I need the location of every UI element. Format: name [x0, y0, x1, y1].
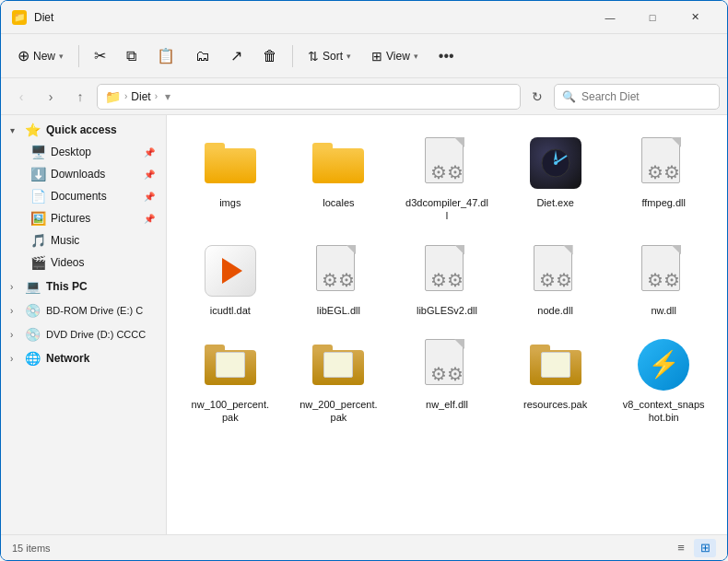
file-label: nw_200_percent.pak [297, 398, 380, 425]
music-label: Music [51, 234, 155, 247]
sidebar-section-bdrom: › 💿 BD-ROM Drive (E:) C [1, 299, 166, 321]
sidebar-item-videos[interactable]: 🎬 Videos [5, 251, 162, 274]
list-item[interactable]: Diet.exe [503, 126, 608, 230]
paste-icon: 📋 [157, 47, 175, 64]
addressbar: ‹ › ↑ 📁 › Diet › ▾ ↻ 🔍 [1, 78, 727, 115]
list-item[interactable]: ⚙⚙ d3dcompiler_47.dll [394, 126, 499, 230]
copy-icon: ⧉ [126, 48, 136, 64]
network-header[interactable]: › 🌐 Network [5, 347, 162, 369]
copy-button[interactable]: ⧉ [117, 42, 146, 70]
list-item[interactable]: locales [287, 126, 392, 230]
sort-dropdown-icon: ▾ [346, 52, 351, 61]
search-input[interactable] [581, 90, 711, 103]
minimize-button[interactable]: — [589, 5, 631, 30]
this-pc-expand-icon: › [10, 282, 21, 292]
sidebar-item-pictures[interactable]: 🖼️ Pictures 📌 [5, 207, 162, 229]
new-icon: ⊕ [18, 47, 29, 64]
dat-icon [205, 245, 256, 297]
cut-button[interactable]: ✂ [85, 41, 115, 70]
file-label: d3dcompiler_47.dll [405, 196, 488, 223]
sidebar-section-dvd: › 💿 DVD Drive (D:) CCCC [1, 323, 166, 345]
rename-button[interactable]: 🗂 [186, 42, 219, 70]
file-area: imgs locales ⚙⚙ [167, 115, 727, 534]
paste-button[interactable]: 📋 [147, 41, 184, 70]
sidebar-item-documents[interactable]: 📄 Documents 📌 [5, 185, 162, 207]
file-label: node.dll [537, 304, 573, 317]
dll-icon-wrap: ⚙⚙ [634, 134, 693, 193]
downloads-icon: ⬇️ [30, 167, 45, 181]
folder-icon [312, 143, 364, 183]
file-label: Diet.exe [536, 196, 573, 209]
maximize-button[interactable]: □ [631, 5, 674, 30]
share-button[interactable]: ↗ [221, 41, 252, 70]
sidebar-item-downloads[interactable]: ⬇️ Downloads 📌 [5, 163, 162, 185]
list-item[interactable]: ⚙⚙ libEGL.dll [287, 234, 392, 324]
list-item[interactable]: ⚙⚙ libGLESv2.dll [394, 234, 499, 324]
path-separator: › [124, 91, 127, 101]
toolbar: ⊕ New ▾ ✂ ⧉ 📋 🗂 ↗ 🗑 ⇅ Sort ▾ ⊞ [1, 34, 727, 78]
close-button[interactable]: ✕ [674, 5, 716, 30]
more-options-button[interactable]: ••• [429, 42, 464, 70]
list-item[interactable]: nw_100_percent.pak [178, 328, 283, 432]
sidebar-item-desktop[interactable]: 🖥️ Desktop 📌 [5, 141, 162, 163]
view-button[interactable]: ⊞ View ▾ [362, 43, 428, 69]
list-item[interactable]: ⚙⚙ nw.dll [611, 234, 716, 324]
sort-button[interactable]: ⇅ Sort ▾ [299, 43, 360, 69]
folder-icon-wrap [201, 134, 260, 193]
list-item[interactable]: imgs [178, 126, 283, 230]
list-item[interactable]: ⚡ v8_context_snapshot.bin [611, 328, 716, 432]
dvd-header[interactable]: › 💿 DVD Drive (D:) CCCC [5, 323, 162, 345]
list-item[interactable]: ⚙⚙ ffmpeg.dll [611, 126, 716, 230]
list-item[interactable]: resources.pak [503, 328, 608, 432]
pak-icon [205, 345, 256, 385]
list-item[interactable]: ⚙⚙ node.dll [503, 234, 608, 324]
file-label: libGLESv2.dll [417, 304, 477, 317]
videos-label: Videos [51, 256, 155, 269]
statusbar: 15 items ≡ ⊞ [1, 534, 727, 560]
this-pc-header[interactable]: › 💻 This PC [5, 275, 162, 298]
window-title: Diet [34, 11, 589, 24]
sidebar-item-music[interactable]: 🎵 Music [5, 229, 162, 251]
sidebar-section-thispc: › 💻 This PC [1, 275, 166, 298]
grid-view-button[interactable]: ⊞ [694, 539, 716, 557]
bdrom-header[interactable]: › 💿 BD-ROM Drive (E:) C [5, 299, 162, 321]
path-end-sep: › [155, 91, 158, 101]
dll-icon-wrap: ⚙⚙ [634, 241, 693, 300]
desktop-pin-icon: 📌 [144, 147, 155, 158]
folder-icon [205, 143, 256, 183]
file-label: resources.pak [523, 398, 587, 411]
this-pc-label: This PC [46, 280, 88, 293]
list-item[interactable]: ⚙⚙ nw_elf.dll [394, 328, 499, 432]
pictures-label: Pictures [51, 212, 144, 225]
documents-label: Documents [51, 190, 144, 203]
view-label: View [386, 50, 410, 63]
share-icon: ↗ [230, 47, 242, 64]
sidebar-section-network: › 🌐 Network [1, 347, 166, 369]
delete-button[interactable]: 🗑 [253, 42, 287, 70]
search-box[interactable]: 🔍 [554, 84, 720, 110]
documents-icon: 📄 [30, 189, 45, 204]
dat-icon-wrap [201, 241, 260, 300]
quick-access-header[interactable]: ▾ ⭐ Quick access [5, 119, 162, 141]
desktop-label: Desktop [51, 146, 144, 158]
file-label: imgs [219, 196, 241, 209]
list-view-button[interactable]: ≡ [670, 539, 692, 557]
view-icon: ⊞ [371, 49, 382, 64]
window: 📁 Diet — □ ✕ ⊕ New ▾ ✂ ⧉ 📋 🗂 ↗ [0, 0, 728, 561]
dvd-label: DVD Drive (D:) CCCC [46, 329, 146, 340]
list-item[interactable]: icudtl.dat [178, 234, 283, 324]
new-button[interactable]: ⊕ New ▾ [8, 41, 73, 70]
forward-button[interactable]: › [38, 84, 64, 110]
pak-icon [530, 345, 581, 385]
main-content: ▾ ⭐ Quick access 🖥️ Desktop 📌 ⬇️ Downloa… [1, 115, 727, 534]
new-label: New [33, 50, 55, 63]
list-item[interactable]: nw_200_percent.pak [287, 328, 392, 432]
up-button[interactable]: ↑ [67, 84, 93, 110]
refresh-button[interactable]: ↻ [524, 84, 550, 110]
dvd-expand-icon: › [10, 330, 21, 340]
address-bar[interactable]: 📁 › Diet › ▾ [97, 84, 521, 110]
quick-access-star-icon: ⭐ [25, 123, 41, 137]
back-button[interactable]: ‹ [8, 84, 34, 110]
desktop-icon: 🖥️ [30, 145, 45, 159]
diet-exe-svg [539, 146, 572, 180]
